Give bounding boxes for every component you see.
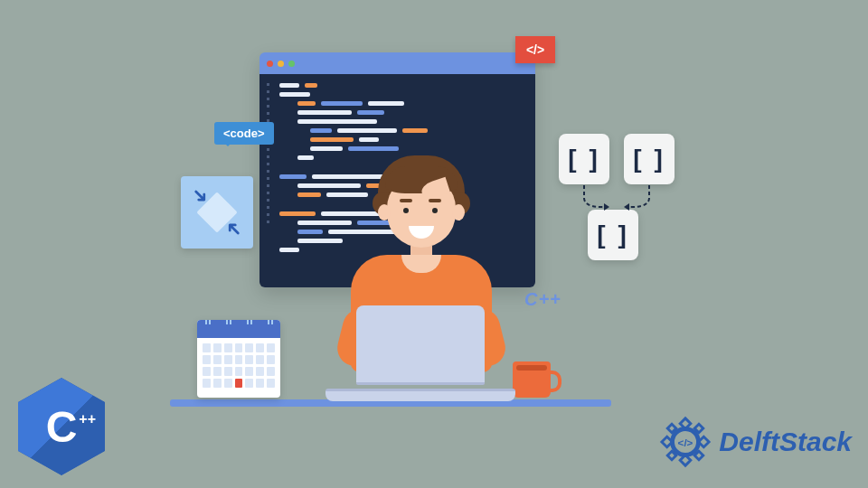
calendar-day-cell xyxy=(224,367,232,376)
calendar-icon xyxy=(197,320,280,398)
traffic-light-minimize-icon xyxy=(278,61,284,67)
calendar-day-cell xyxy=(256,367,264,376)
calendar-day-cell xyxy=(245,379,253,388)
delftstack-logo-icon: </> xyxy=(659,416,712,468)
cpp-logo-plusses: ++ xyxy=(79,412,96,427)
cpp-label: C++ xyxy=(524,289,561,310)
code-editor-body xyxy=(259,74,535,287)
delftstack-brand-name: DelftStack xyxy=(719,427,852,457)
calendar-day-cell xyxy=(224,379,232,388)
calendar-day-cell xyxy=(256,379,264,388)
calendar-day-cell xyxy=(203,355,211,364)
calendar-day-cell xyxy=(245,367,253,376)
code-tag-badge-red: </> xyxy=(515,36,555,63)
delftstack-brand: </> DelftStack xyxy=(659,416,852,468)
calendar-day-cell xyxy=(245,343,253,352)
array-bracket-tile: [ ] xyxy=(588,210,638,260)
calendar-day-cell xyxy=(256,355,264,364)
calendar-day-cell xyxy=(267,379,275,388)
calendar-day-cell xyxy=(267,367,275,376)
svg-text:</>: </> xyxy=(678,436,693,448)
traffic-light-close-icon xyxy=(267,61,273,67)
calendar-day-cell xyxy=(245,355,253,364)
calendar-day-cell xyxy=(267,343,275,352)
traffic-light-zoom-icon xyxy=(288,61,295,67)
cpp-logo-letter: C xyxy=(18,378,105,475)
laptop-icon xyxy=(326,305,515,401)
calendar-day-cell xyxy=(267,355,275,364)
calendar-day-cell xyxy=(235,367,243,376)
code-tag-speech-bubble: <code> xyxy=(214,122,274,145)
calendar-day-cell xyxy=(224,343,232,352)
calendar-day-cell xyxy=(235,379,243,388)
calendar-day-cell xyxy=(213,355,222,364)
code-editor-window xyxy=(259,52,535,287)
calendar-day-cell xyxy=(213,367,222,376)
window-titlebar xyxy=(259,52,535,74)
calendar-day-cell xyxy=(235,343,243,352)
calendar-day-cell xyxy=(203,343,211,352)
array-bracket-tile: [ ] xyxy=(559,134,609,184)
merge-arrows-tile: ➜ ➜ xyxy=(181,176,253,249)
calendar-day-cell xyxy=(203,367,211,376)
array-bracket-tile: [ ] xyxy=(624,134,675,184)
calendar-day-cell xyxy=(213,379,222,388)
calendar-day-cell xyxy=(235,355,243,364)
cpp-language-logo: C ++ xyxy=(18,378,105,475)
calendar-day-cell xyxy=(213,343,222,352)
calendar-day-cell xyxy=(203,379,211,388)
coffee-mug-icon xyxy=(513,361,551,398)
calendar-day-cell xyxy=(224,355,232,364)
calendar-day-cell xyxy=(256,343,264,352)
